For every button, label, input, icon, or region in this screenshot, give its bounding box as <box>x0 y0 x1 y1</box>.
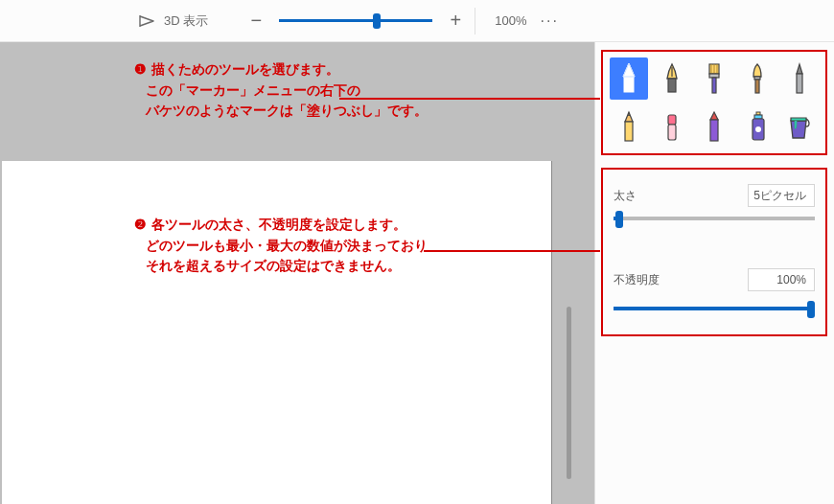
annotation-2: ❷各ツールの太さ、不透明度を設定します。 どのツールも最小・最大の数値が決まって… <box>134 215 428 277</box>
annotation-2-line1: 各ツールの太さ、不透明度を設定します。 <box>151 217 406 232</box>
annotation-2-connector <box>424 250 600 252</box>
opacity-value-input[interactable]: 100% <box>748 268 815 291</box>
separator <box>475 8 475 34</box>
thickness-slider[interactable] <box>614 217 815 220</box>
annotation-1-number: ❶ <box>134 59 150 75</box>
more-menu-button[interactable]: ··· <box>540 12 558 30</box>
zoom-slider-thumb[interactable] <box>373 13 381 29</box>
opacity-slider-thumb[interactable] <box>807 301 815 318</box>
view-3d-button[interactable]: 3D 表示 <box>139 12 208 30</box>
annotation-1-connector <box>339 98 600 100</box>
annotation-1-line3: バケツのようなマークは「塗りつぶし」です。 <box>146 103 428 118</box>
flag-3d-icon <box>139 14 156 28</box>
zoom-out-button[interactable]: − <box>246 10 266 32</box>
annotation-1: ❶描くためのツールを選びます。 この「マーカー」メニューの右下の バケツのような… <box>134 59 428 122</box>
thickness-label: 太さ <box>614 188 637 204</box>
annotation-2-line3: それを超えるサイズの設定はできません。 <box>146 258 401 273</box>
annotation-2-line2: どのツールも最小・最大の数値が決まっており <box>146 238 428 253</box>
view-3d-label: 3D 表示 <box>164 12 208 30</box>
opacity-label: 不透明度 <box>614 272 660 288</box>
scrollbar-vertical[interactable] <box>567 307 571 479</box>
opacity-slider[interactable] <box>614 307 815 310</box>
annotation-2-number: ❷ <box>134 215 150 230</box>
thickness-value-input[interactable]: 5ピクセル <box>748 184 815 207</box>
zoom-in-button[interactable]: + <box>446 10 465 32</box>
top-toolbar: 3D 表示 − + 100% ··· <box>0 0 834 42</box>
thickness-slider-thumb[interactable] <box>615 211 623 228</box>
opacity-row: 不透明度 100% <box>614 268 815 291</box>
annotation-1-line1: 描くためのツールを選びます。 <box>151 61 339 77</box>
annotation-box-tools <box>601 50 827 155</box>
zoom-value[interactable]: 100% <box>495 13 526 28</box>
zoom-slider[interactable] <box>279 19 432 22</box>
thickness-row: 太さ 5ピクセル <box>614 184 815 207</box>
canvas[interactable] <box>2 161 551 504</box>
annotation-1-line2: この「マーカー」メニューの右下の <box>146 82 360 98</box>
